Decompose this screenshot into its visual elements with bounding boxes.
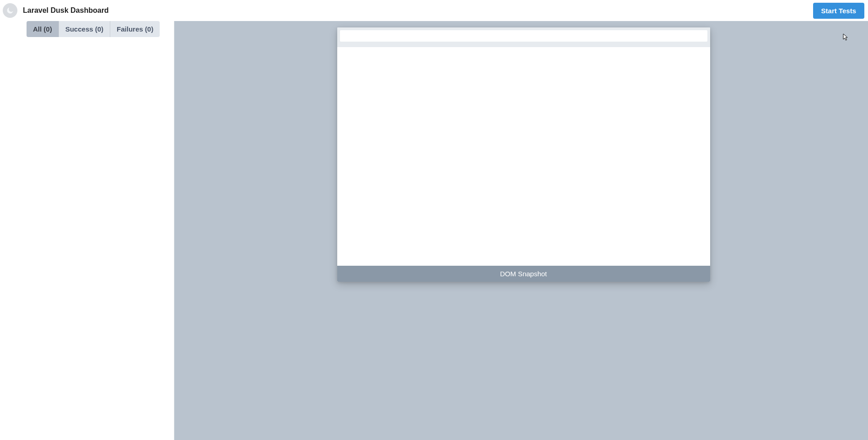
preview-url-bar-wrap xyxy=(337,27,710,44)
header-left: Laravel Dusk Dashboard xyxy=(2,3,109,18)
content: All (0) Success (0) Failures (0) DOM Sna… xyxy=(0,21,868,440)
tab-success[interactable]: Success (0) xyxy=(59,21,110,37)
header: Laravel Dusk Dashboard Start Tests xyxy=(0,0,868,21)
tab-all-label: All xyxy=(33,25,42,33)
filter-tabs: All (0) Success (0) Failures (0) xyxy=(27,21,174,37)
start-tests-button[interactable]: Start Tests xyxy=(813,3,864,19)
dusk-logo-icon xyxy=(3,3,17,18)
tab-all-count: 0 xyxy=(46,25,49,33)
tab-failures-label: Failures xyxy=(117,25,143,33)
preview-card: DOM Snapshot xyxy=(337,27,710,282)
cursor-icon xyxy=(841,33,848,43)
app-title: Laravel Dusk Dashboard xyxy=(23,6,109,15)
sidebar: All (0) Success (0) Failures (0) xyxy=(0,21,174,440)
main-panel: DOM Snapshot xyxy=(174,21,868,440)
tab-success-count: 0 xyxy=(97,25,101,33)
preview-footer[interactable]: DOM Snapshot xyxy=(337,266,710,282)
preview-footer-label: DOM Snapshot xyxy=(500,270,547,278)
tab-failures[interactable]: Failures (0) xyxy=(110,21,160,37)
url-bar[interactable] xyxy=(340,30,707,42)
tab-failures-count: 0 xyxy=(147,25,151,33)
tab-all[interactable]: All (0) xyxy=(27,21,59,37)
preview-body xyxy=(337,47,710,266)
tab-success-label: Success xyxy=(65,25,93,33)
